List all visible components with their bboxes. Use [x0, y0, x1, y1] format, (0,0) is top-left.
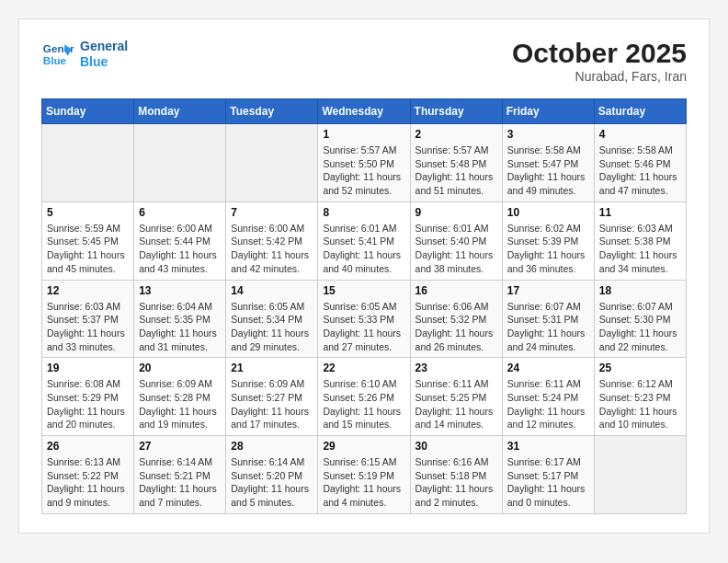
table-row: 13Sunrise: 6:04 AM Sunset: 5:35 PM Dayli…	[134, 280, 226, 358]
day-info: Sunrise: 6:11 AM Sunset: 5:25 PM Dayligh…	[415, 377, 497, 431]
day-number: 10	[507, 206, 589, 219]
day-info: Sunrise: 6:09 AM Sunset: 5:27 PM Dayligh…	[231, 377, 313, 431]
table-row: 14Sunrise: 6:05 AM Sunset: 5:34 PM Dayli…	[226, 280, 318, 358]
header-tuesday: Tuesday	[226, 99, 318, 124]
location-subtitle: Nurabad, Fars, Iran	[512, 69, 687, 84]
day-info: Sunrise: 6:06 AM Sunset: 5:32 PM Dayligh…	[415, 300, 497, 354]
table-row: 21Sunrise: 6:09 AM Sunset: 5:27 PM Dayli…	[226, 358, 318, 436]
header-thursday: Thursday	[410, 99, 502, 124]
day-number: 21	[231, 362, 313, 374]
table-row: 22Sunrise: 6:10 AM Sunset: 5:26 PM Dayli…	[318, 358, 410, 436]
day-number: 19	[47, 362, 129, 374]
day-number: 20	[139, 362, 221, 374]
day-number: 28	[231, 440, 313, 453]
day-info: Sunrise: 6:14 AM Sunset: 5:21 PM Dayligh…	[139, 455, 221, 510]
day-info: Sunrise: 6:09 AM Sunset: 5:28 PM Dayligh…	[139, 377, 221, 431]
calendar-week-4: 19Sunrise: 6:08 AM Sunset: 5:29 PM Dayli…	[42, 358, 687, 436]
table-row	[134, 124, 226, 202]
day-info: Sunrise: 6:00 AM Sunset: 5:42 PM Dayligh…	[231, 222, 313, 276]
weekday-header-row: Sunday Monday Tuesday Wednesday Thursday…	[42, 99, 687, 124]
day-number: 29	[323, 440, 404, 453]
header-saturday: Saturday	[594, 99, 686, 124]
calendar-week-3: 12Sunrise: 6:03 AM Sunset: 5:37 PM Dayli…	[42, 280, 687, 358]
table-row: 1Sunrise: 5:57 AM Sunset: 5:50 PM Daylig…	[318, 124, 410, 202]
table-row: 27Sunrise: 6:14 AM Sunset: 5:21 PM Dayli…	[134, 436, 226, 514]
table-row: 3Sunrise: 5:58 AM Sunset: 5:47 PM Daylig…	[502, 124, 594, 202]
table-row: 28Sunrise: 6:14 AM Sunset: 5:20 PM Dayli…	[226, 436, 318, 514]
table-row	[42, 124, 134, 202]
day-info: Sunrise: 6:07 AM Sunset: 5:30 PM Dayligh…	[599, 300, 681, 354]
table-row: 10Sunrise: 6:02 AM Sunset: 5:39 PM Dayli…	[502, 201, 594, 280]
month-title: October 2025	[512, 38, 687, 69]
table-row: 17Sunrise: 6:07 AM Sunset: 5:31 PM Dayli…	[502, 280, 594, 358]
table-row: 11Sunrise: 6:03 AM Sunset: 5:38 PM Dayli…	[594, 201, 686, 280]
table-row: 18Sunrise: 6:07 AM Sunset: 5:30 PM Dayli…	[594, 280, 686, 358]
table-row: 25Sunrise: 6:12 AM Sunset: 5:23 PM Dayli…	[594, 358, 686, 436]
day-info: Sunrise: 6:03 AM Sunset: 5:38 PM Dayligh…	[599, 222, 681, 276]
table-row	[594, 436, 686, 514]
day-number: 15	[323, 284, 404, 297]
table-row: 23Sunrise: 6:11 AM Sunset: 5:25 PM Dayli…	[410, 358, 502, 436]
day-number: 11	[599, 206, 681, 219]
day-info: Sunrise: 5:57 AM Sunset: 5:50 PM Dayligh…	[323, 144, 404, 198]
table-row: 30Sunrise: 6:16 AM Sunset: 5:18 PM Dayli…	[410, 436, 502, 514]
day-info: Sunrise: 6:08 AM Sunset: 5:29 PM Dayligh…	[47, 377, 129, 431]
day-number: 1	[323, 128, 404, 141]
calendar-week-2: 5Sunrise: 5:59 AM Sunset: 5:45 PM Daylig…	[42, 201, 687, 280]
table-row: 12Sunrise: 6:03 AM Sunset: 5:37 PM Dayli…	[42, 280, 134, 358]
table-row: 8Sunrise: 6:01 AM Sunset: 5:41 PM Daylig…	[318, 201, 410, 280]
day-info: Sunrise: 6:11 AM Sunset: 5:24 PM Dayligh…	[507, 377, 589, 431]
day-info: Sunrise: 6:04 AM Sunset: 5:35 PM Dayligh…	[139, 300, 221, 354]
table-row: 24Sunrise: 6:11 AM Sunset: 5:24 PM Dayli…	[502, 358, 594, 436]
logo-icon: General Blue	[41, 38, 74, 71]
day-info: Sunrise: 6:05 AM Sunset: 5:34 PM Dayligh…	[231, 300, 313, 354]
day-number: 31	[507, 440, 589, 453]
header-monday: Monday	[134, 99, 226, 124]
svg-text:Blue: Blue	[43, 54, 67, 66]
table-row: 6Sunrise: 6:00 AM Sunset: 5:44 PM Daylig…	[134, 201, 226, 280]
day-info: Sunrise: 5:59 AM Sunset: 5:45 PM Dayligh…	[47, 222, 129, 276]
day-number: 24	[507, 362, 589, 374]
day-number: 25	[599, 362, 681, 374]
calendar-week-1: 1Sunrise: 5:57 AM Sunset: 5:50 PM Daylig…	[42, 124, 687, 202]
day-info: Sunrise: 6:12 AM Sunset: 5:23 PM Dayligh…	[599, 377, 681, 431]
day-number: 12	[47, 284, 129, 297]
day-info: Sunrise: 6:17 AM Sunset: 5:17 PM Dayligh…	[507, 455, 589, 510]
table-row: 20Sunrise: 6:09 AM Sunset: 5:28 PM Dayli…	[134, 358, 226, 436]
table-row: 29Sunrise: 6:15 AM Sunset: 5:19 PM Dayli…	[318, 436, 410, 514]
day-info: Sunrise: 5:58 AM Sunset: 5:46 PM Dayligh…	[599, 144, 681, 198]
day-info: Sunrise: 6:07 AM Sunset: 5:31 PM Dayligh…	[507, 300, 589, 354]
day-number: 30	[415, 440, 497, 453]
calendar-container: General Blue General Blue October 2025 N…	[18, 18, 710, 534]
day-info: Sunrise: 6:14 AM Sunset: 5:20 PM Dayligh…	[231, 455, 313, 510]
day-number: 23	[415, 362, 497, 374]
day-info: Sunrise: 6:02 AM Sunset: 5:39 PM Dayligh…	[507, 222, 589, 276]
header-friday: Friday	[502, 99, 594, 124]
logo-general: General	[80, 39, 128, 54]
day-number: 14	[231, 284, 313, 297]
table-row: 7Sunrise: 6:00 AM Sunset: 5:42 PM Daylig…	[226, 201, 318, 280]
day-number: 6	[139, 206, 221, 219]
day-number: 2	[415, 128, 497, 141]
day-number: 13	[139, 284, 221, 297]
day-info: Sunrise: 5:57 AM Sunset: 5:48 PM Dayligh…	[415, 144, 497, 198]
table-row: 19Sunrise: 6:08 AM Sunset: 5:29 PM Dayli…	[42, 358, 134, 436]
day-number: 17	[507, 284, 589, 297]
day-info: Sunrise: 6:13 AM Sunset: 5:22 PM Dayligh…	[47, 455, 129, 510]
day-number: 5	[47, 206, 129, 219]
day-number: 8	[323, 206, 404, 219]
day-number: 7	[231, 206, 313, 219]
day-info: Sunrise: 6:16 AM Sunset: 5:18 PM Dayligh…	[415, 455, 497, 510]
day-number: 9	[415, 206, 497, 219]
day-info: Sunrise: 6:03 AM Sunset: 5:37 PM Dayligh…	[47, 300, 129, 354]
day-number: 26	[47, 440, 129, 453]
calendar-week-5: 26Sunrise: 6:13 AM Sunset: 5:22 PM Dayli…	[42, 436, 687, 514]
header-wednesday: Wednesday	[318, 99, 410, 124]
logo-blue: Blue	[80, 54, 128, 70]
day-info: Sunrise: 5:58 AM Sunset: 5:47 PM Dayligh…	[507, 144, 589, 198]
table-row: 26Sunrise: 6:13 AM Sunset: 5:22 PM Dayli…	[42, 436, 134, 514]
header: General Blue General Blue October 2025 N…	[41, 38, 687, 84]
day-info: Sunrise: 6:00 AM Sunset: 5:44 PM Dayligh…	[139, 222, 221, 276]
day-info: Sunrise: 6:15 AM Sunset: 5:19 PM Dayligh…	[323, 455, 404, 510]
day-number: 22	[323, 362, 404, 374]
